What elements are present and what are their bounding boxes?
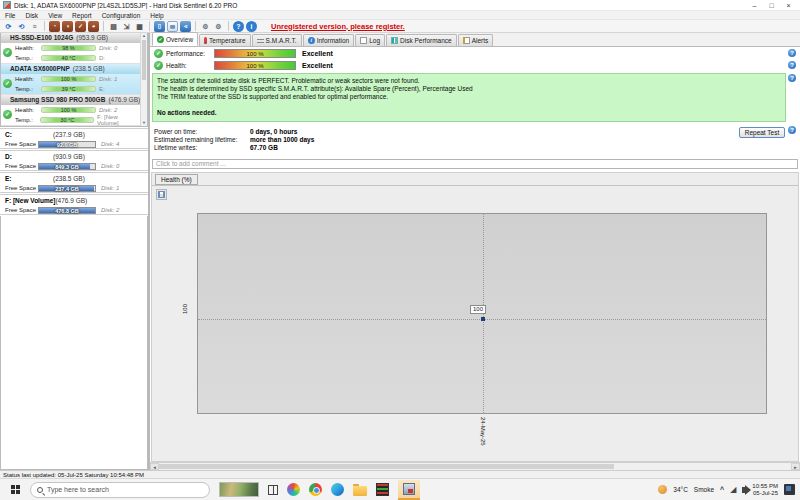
menu-configuration[interactable]: Configuration — [97, 12, 146, 19]
taskbar: Type here to search 34°C Smoke ^ ◢ 10:55… — [0, 478, 800, 500]
disk-check-icon[interactable]: ✓ — [75, 21, 86, 32]
scrollbar-thumb[interactable] — [159, 464, 614, 469]
file-explorer-icon[interactable] — [353, 486, 367, 496]
advanced-settings-icon[interactable]: ⚙ — [213, 21, 224, 32]
sync-icon[interactable]: ⟲ — [16, 21, 27, 32]
refresh-icon[interactable]: ⟳ — [3, 21, 14, 32]
free-space-bar: 476.8 GB — [38, 207, 96, 214]
help-icon[interactable]: ? — [233, 21, 244, 32]
disk-number: Disk: 1 — [101, 185, 119, 191]
smart-list-icon — [257, 39, 264, 44]
health-label: Health: — [15, 107, 38, 113]
notification-tray-icon[interactable] — [784, 484, 795, 495]
alert-broadcast-icon[interactable]: ◃ — [180, 21, 191, 32]
mail-icon[interactable]: ✉ — [167, 21, 178, 32]
maximize-button[interactable]: □ — [763, 0, 780, 11]
computer-icon[interactable]: ▯ — [154, 21, 165, 32]
picture-thumbnail[interactable] — [219, 482, 259, 497]
disk-search-icon[interactable]: ◕ — [88, 21, 99, 32]
scrollbar-thumb[interactable] — [142, 40, 146, 80]
menu-help[interactable]: Help — [145, 12, 168, 19]
monitor-app-icon[interactable] — [376, 483, 389, 496]
repeat-test-button[interactable]: Repeat Test — [739, 127, 785, 138]
disk-size: (953.9 GB) — [76, 34, 108, 41]
tray-expand-icon[interactable]: ^ — [720, 486, 724, 493]
free-space-bar: 849.3 GB — [38, 163, 96, 170]
temp-bar: 40 °C — [41, 55, 96, 61]
printer-icon[interactable]: ▤ — [108, 21, 119, 32]
tab-temperature[interactable]: Temperature — [199, 34, 251, 46]
disk-number: Disk: 0 — [99, 45, 117, 51]
performance-value: 100 % — [215, 50, 295, 57]
partition-item-f[interactable]: F: [New Volume](476.9 GB) Free Space 476… — [0, 194, 148, 215]
list-icon[interactable]: ≡ — [29, 21, 40, 32]
disk-scan-icon[interactable]: ◔ — [49, 21, 60, 32]
info-value: more than 1000 days — [250, 136, 314, 143]
tray-temperature[interactable]: 34°C — [673, 486, 688, 493]
tab-bar: ✓Overview Temperature S.M.A.R.T. iInform… — [150, 33, 800, 47]
scroll-right-icon[interactable]: ► — [791, 463, 800, 470]
tab-label: Log — [369, 37, 380, 44]
tab-alerts[interactable]: Alerts — [458, 34, 494, 46]
weather-icon[interactable] — [658, 485, 667, 494]
volume-icon[interactable] — [742, 487, 746, 493]
scroll-left-icon[interactable]: ◄ — [150, 463, 159, 470]
partition-item-e[interactable]: E:(238.5 GB) Free Space 237.4 GB Disk: 1 — [0, 172, 148, 193]
partition-item-c[interactable]: C:(237.9 GB) Free Space 92.0 GB Disk: 4 — [0, 128, 148, 149]
task-view-icon[interactable] — [268, 485, 278, 495]
menu-report[interactable]: Report — [67, 12, 97, 19]
save-report-icon[interactable]: ▦ — [134, 21, 145, 32]
lifetime-info-section: Power on time:0 days, 0 hours Estimated … — [150, 124, 800, 151]
comment-input[interactable] — [152, 159, 798, 169]
help-icon[interactable]: ? — [788, 126, 796, 134]
chart-plot-area[interactable]: 100 — [197, 213, 767, 414]
clock[interactable]: 10:55 PM 05-Jul-25 — [752, 483, 778, 497]
disk-item-1-selected[interactable]: ADATA SX6000PNP(238.5 GB) ✓ Health: 100 … — [1, 64, 140, 95]
status-bar: Status last updated: 05-Jul-25 Saturday … — [0, 470, 800, 478]
photos-app-icon[interactable] — [287, 483, 300, 496]
scrollbar-track[interactable] — [159, 463, 791, 470]
help-icon[interactable]: ? — [788, 61, 796, 69]
tab-information[interactable]: iInformation — [303, 34, 355, 46]
help-icon[interactable]: ? — [788, 49, 796, 57]
menu-view[interactable]: View — [43, 12, 67, 19]
chart-tab-health[interactable]: Health (%) — [155, 174, 198, 185]
disk-list-scrollbar[interactable]: ▲ ▼ — [140, 33, 147, 126]
tray-condition[interactable]: Smoke — [694, 486, 714, 493]
edge-icon[interactable] — [331, 483, 344, 496]
health-chart-panel: Health (%) 100 100 24-May-25 — [151, 172, 799, 462]
export-icon[interactable]: ⇲ — [121, 21, 132, 32]
scroll-down-icon[interactable]: ▼ — [141, 120, 147, 126]
tab-disk-performance[interactable]: Disk Performance — [386, 34, 457, 46]
minimize-button[interactable]: – — [746, 0, 763, 11]
horizontal-scrollbar[interactable]: ◄ ► — [150, 462, 800, 470]
register-link[interactable]: Unregistered version, please register. — [271, 22, 405, 31]
disk-item-0[interactable]: HS-SSD-E100 1024G(953.9 GB) ✓ Health: 98… — [1, 33, 140, 64]
chrome-icon[interactable] — [309, 483, 322, 496]
disk-list: HS-SSD-E100 1024G(953.9 GB) ✓ Health: 98… — [0, 33, 148, 127]
tab-overview[interactable]: ✓Overview — [152, 32, 198, 46]
disk-item-2[interactable]: Samsung SSD 980 PRO 500GB(476.9 GB) ✓ He… — [1, 95, 140, 126]
partition-name: C: — [5, 131, 53, 138]
menu-file[interactable]: File — [0, 12, 20, 19]
search-placeholder: Type here to search — [47, 486, 109, 493]
sidebar-empty-area — [0, 216, 148, 470]
info-icon[interactable]: i — [246, 21, 257, 32]
temp-bar: 39 °C — [41, 86, 96, 92]
scroll-up-icon[interactable]: ▲ — [141, 33, 147, 39]
system-tray: 34°C Smoke ^ ◢ 10:55 PM 05-Jul-25 — [658, 483, 800, 497]
disk-ok-icon: ✓ — [3, 79, 12, 88]
disk-test-icon[interactable]: ◑ — [62, 21, 73, 32]
close-button[interactable]: × — [780, 0, 797, 11]
partition-item-d[interactable]: D:(930.9 GB) Free Space 849.3 GB Disk: 0 — [0, 150, 148, 171]
network-icon[interactable]: ◢ — [730, 486, 736, 494]
menu-disk[interactable]: Disk — [20, 12, 43, 19]
tab-smart[interactable]: S.M.A.R.T. — [252, 34, 302, 46]
save-chart-icon[interactable] — [156, 189, 167, 200]
settings-icon[interactable]: ⚙ — [200, 21, 211, 32]
start-button[interactable] — [0, 485, 30, 494]
tab-log[interactable]: Log — [355, 34, 385, 46]
help-icon[interactable]: ? — [788, 74, 796, 82]
taskbar-search[interactable]: Type here to search — [30, 482, 210, 498]
hard-disk-sentinel-taskbar-button[interactable] — [398, 480, 420, 500]
